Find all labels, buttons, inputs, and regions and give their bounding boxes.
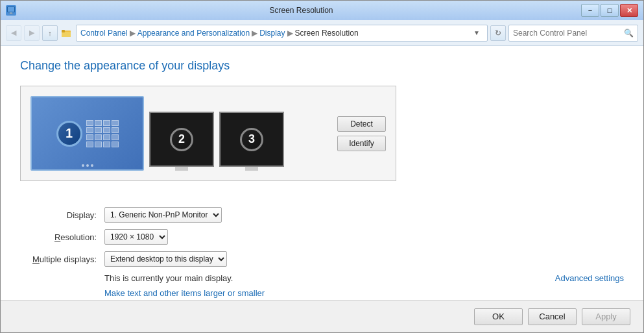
dot (86, 164, 89, 167)
search-box: 🔍 (508, 25, 638, 42)
grid-cell (103, 127, 110, 133)
multiple-displays-row: Multiple displays: Extend desktop to thi… (20, 251, 624, 267)
monitor-2[interactable]: 2 (149, 112, 214, 167)
grid-cell (103, 142, 110, 147)
grid-cell (95, 120, 102, 126)
apply-button[interactable]: Apply (582, 308, 630, 325)
svg-rect-1 (8, 7, 14, 12)
monitor-1[interactable]: 1 (30, 96, 144, 171)
refresh-button[interactable]: ↻ (490, 25, 506, 41)
monitor-1-grid (86, 120, 119, 147)
up-button[interactable]: ↑ (42, 25, 58, 41)
make-text-link[interactable]: Make text and other items larger or smal… (104, 288, 624, 298)
window-title: Screen Resolution (21, 6, 581, 15)
breadcrumb-dropdown-button[interactable]: ▼ (470, 27, 483, 40)
detect-identify-buttons: Detect Identify (337, 116, 386, 151)
monitor-2-number: 2 (170, 128, 193, 151)
resolution-label: Resolution: (20, 232, 104, 242)
settings-section: Display: 1. Generic Non-PnP Monitor 2. M… (20, 207, 624, 300)
display-select[interactable]: 1. Generic Non-PnP Monitor 2. Monitor 2 … (104, 207, 222, 223)
display-label: Display: (20, 210, 104, 220)
breadcrumb-current: Screen Resolution (295, 29, 359, 38)
grid-cell (112, 134, 119, 140)
grid-cell (112, 127, 119, 133)
dot (82, 164, 84, 167)
search-input[interactable] (513, 29, 624, 38)
breadcrumb-appearance[interactable]: Appearance and Personalization (137, 29, 250, 38)
resolution-row: Resolution: 1920 × 1080 1600 × 900 1280 … (20, 229, 624, 245)
dot (91, 164, 93, 167)
minimize-button[interactable]: − (581, 4, 599, 17)
maximize-button[interactable]: □ (601, 4, 619, 17)
monitor-2-wrapper: 2 (149, 112, 214, 171)
monitor-area: 1 (20, 86, 396, 181)
folder-icon (60, 27, 73, 40)
monitor-1-dots (82, 164, 93, 167)
display-row: Display: 1. Generic Non-PnP Monitor 2. M… (20, 207, 624, 223)
grid-cell (95, 134, 102, 140)
monitor-3-number: 3 (240, 128, 263, 151)
svg-rect-3 (8, 14, 14, 14)
monitor-2-stand (175, 167, 188, 171)
grid-cell (86, 120, 93, 126)
grid-cell (86, 127, 93, 133)
footer: OK Cancel Apply (1, 300, 643, 332)
breadcrumb-sep-1: ▶ (130, 29, 136, 38)
monitor-3[interactable]: 3 (219, 112, 284, 167)
forward-button[interactable]: ▶ (24, 25, 40, 41)
svg-rect-2 (10, 12, 12, 14)
resolution-select[interactable]: 1920 × 1080 1600 × 900 1280 × 720 (104, 229, 168, 245)
info-row: This is currently your main display. Adv… (20, 273, 624, 283)
monitor-1-inner: 1 (56, 120, 119, 147)
ok-button[interactable]: OK (474, 308, 523, 325)
breadcrumb-bar: Control Panel ▶ Appearance and Personali… (76, 25, 488, 42)
search-icon[interactable]: 🔍 (624, 29, 634, 38)
title-bar: Screen Resolution − □ ✕ (1, 1, 643, 20)
breadcrumb-display[interactable]: Display (259, 29, 285, 38)
main-content: Change the appearance of your displays 1 (1, 46, 643, 300)
grid-cell (103, 134, 110, 140)
window: Screen Resolution − □ ✕ ◀ ▶ ↑ Control Pa… (0, 0, 644, 333)
page-heading: Change the appearance of your displays (20, 59, 624, 73)
advanced-settings-link[interactable]: Advanced settings (555, 273, 624, 283)
window-icon (6, 5, 16, 16)
monitor-3-wrapper: 3 (219, 112, 284, 171)
nav-bar: ◀ ▶ ↑ Control Panel ▶ Appearance and Per… (1, 20, 643, 46)
main-display-text: This is currently your main display. (104, 273, 555, 283)
breadcrumb-sep-3: ▶ (287, 29, 293, 38)
svg-rect-6 (62, 30, 65, 32)
grid-cell (112, 120, 119, 126)
breadcrumb-sep-2: ▶ (252, 29, 257, 38)
breadcrumb-control-panel[interactable]: Control Panel (80, 29, 128, 38)
svg-rect-5 (62, 32, 71, 37)
detect-button[interactable]: Detect (337, 116, 386, 132)
monitor-3-stand (245, 167, 258, 171)
monitor-1-number: 1 (56, 121, 82, 147)
grid-cell (95, 127, 102, 133)
cancel-button[interactable]: Cancel (528, 308, 577, 325)
grid-cell (86, 142, 93, 147)
grid-cell (95, 142, 102, 147)
grid-cell (112, 142, 119, 147)
multiple-displays-label: Multiple displays: (20, 254, 104, 264)
monitors-container: 1 (30, 96, 331, 171)
grid-cell (86, 134, 93, 140)
close-button[interactable]: ✕ (620, 4, 638, 17)
multiple-displays-select[interactable]: Extend desktop to this display Duplicate… (104, 251, 227, 267)
identify-button[interactable]: Identify (337, 136, 386, 151)
back-button[interactable]: ◀ (6, 25, 21, 41)
title-bar-controls: − □ ✕ (581, 4, 638, 17)
grid-cell (103, 120, 110, 126)
